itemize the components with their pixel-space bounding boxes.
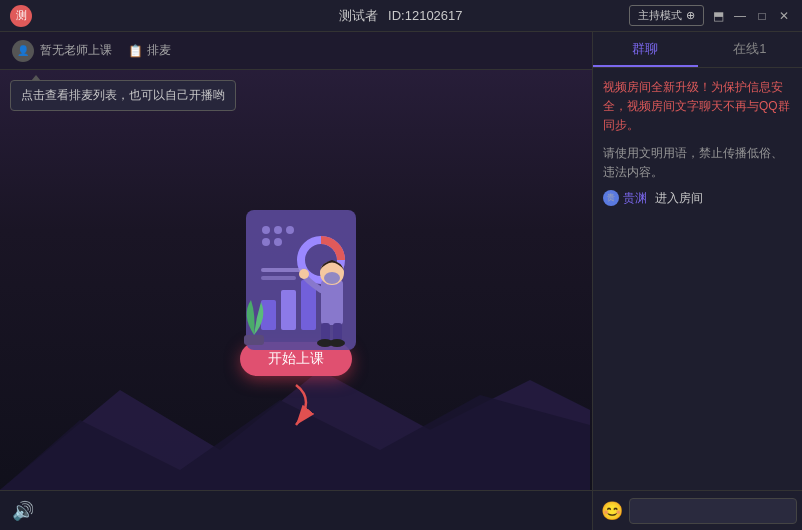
host-mode-label: 主持模式 [638, 8, 682, 23]
svg-rect-15 [321, 280, 343, 325]
window-close-button[interactable]: ✕ [776, 8, 792, 24]
svg-point-3 [262, 226, 270, 234]
toolbar: 👤 暂无老师上课 📋 排麦 [0, 32, 592, 70]
teacher-avatar: 👤 [12, 40, 34, 62]
svg-rect-9 [281, 290, 296, 330]
user-avatar: 测 [10, 5, 32, 27]
svg-point-22 [324, 272, 340, 284]
tab-online[interactable]: 在线1 [698, 32, 803, 67]
svg-point-17 [299, 269, 309, 279]
title-username: 测试者 [339, 8, 378, 23]
window-minimize-button[interactable]: — [732, 8, 748, 24]
system-message-2: 请使用文明用语，禁止传播低俗、违法内容。 [603, 144, 792, 182]
arrow-svg [266, 380, 326, 430]
user-avatar-small: 贵 [603, 190, 619, 206]
teacher-info: 👤 暂无老师上课 [12, 40, 112, 62]
left-panel: 👤 暂无老师上课 📋 排麦 点击查看排麦列表，也可以自己开播哟 [0, 32, 592, 530]
sort-label: 排麦 [147, 42, 171, 59]
svg-rect-8 [261, 300, 276, 330]
svg-point-6 [262, 238, 270, 246]
tabs: 群聊 在线1 [593, 32, 802, 68]
user-message-text: 进入房间 [655, 190, 703, 207]
host-mode-icon: ⊕ [686, 9, 695, 22]
tooltip-text: 点击查看排麦列表，也可以自己开播哟 [21, 88, 225, 102]
window-maximize-button[interactable]: □ [754, 8, 770, 24]
volume-icon[interactable]: 🔊 [12, 500, 34, 522]
sort-icon: 📋 [128, 44, 143, 58]
main-layout: 👤 暂无老师上课 📋 排麦 点击查看排麦列表，也可以自己开播哟 [0, 32, 802, 530]
title-bar-right: 主持模式 ⊕ ⬒ — □ ✕ [629, 5, 792, 26]
tab-chat[interactable]: 群聊 [593, 32, 698, 67]
svg-rect-12 [261, 268, 306, 272]
illustration-area: 开始上课 [0, 70, 592, 490]
svg-point-21 [329, 339, 345, 347]
host-mode-button[interactable]: 主持模式 ⊕ [629, 5, 704, 26]
title-center: 测试者 ID:12102617 [339, 7, 462, 25]
system-message-1: 视频房间全新升级！为保护信息安全，视频房间文字聊天不再与QQ群同步。 [603, 78, 792, 136]
svg-point-5 [286, 226, 294, 234]
chat-input[interactable] [629, 498, 797, 524]
svg-point-7 [274, 238, 282, 246]
chat-input-area: 😊 发送 [593, 490, 802, 530]
chat-area: 视频房间全新升级！为保护信息安全，视频房间文字聊天不再与QQ群同步。 请使用文明… [593, 68, 802, 490]
window-share-button[interactable]: ⬒ [710, 8, 726, 24]
tab-chat-label: 群聊 [632, 40, 658, 58]
svg-rect-13 [261, 276, 296, 280]
bottom-bar: 🔊 [0, 490, 592, 530]
title-id: ID:12102617 [388, 8, 462, 23]
teacher-label: 暂无老师上课 [40, 42, 112, 59]
tab-online-label: 在线1 [733, 40, 766, 58]
svg-rect-14 [244, 335, 264, 345]
svg-point-4 [274, 226, 282, 234]
tooltip-box: 点击查看排麦列表，也可以自己开播哟 [10, 80, 236, 111]
illustration-svg [196, 180, 396, 380]
user-message-username: 贵渊 [623, 190, 647, 207]
title-bar: 测 测试者 ID:12102617 主持模式 ⊕ ⬒ — □ ✕ [0, 0, 802, 32]
emoji-icon[interactable]: 😊 [601, 500, 623, 522]
right-panel: 群聊 在线1 视频房间全新升级！为保护信息安全，视频房间文字聊天不再与QQ群同步… [592, 32, 802, 530]
sort-button[interactable]: 📋 排麦 [128, 42, 171, 59]
user-message: 贵 贵渊 进入房间 [603, 190, 792, 207]
